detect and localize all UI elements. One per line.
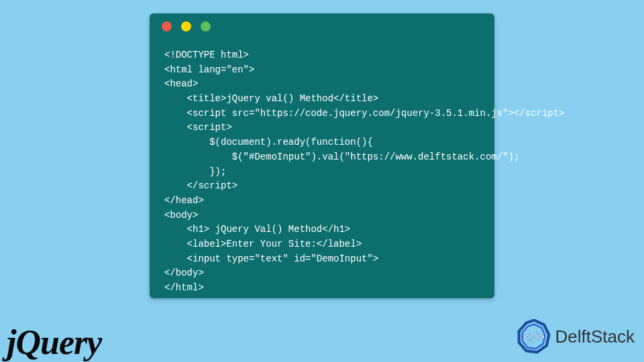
code-line: <input type="text" id="DemoInput"> <box>164 253 378 264</box>
svg-text:</>: </> <box>523 330 545 343</box>
code-line: <!DOCTYPE html> <box>164 50 249 60</box>
code-line: </head> <box>164 195 204 206</box>
code-line: $(document).ready(function(){ <box>164 137 373 147</box>
jquery-logo: jQuery <box>7 322 101 362</box>
code-line: <title>jQuery val() Method</title> <box>164 93 378 104</box>
code-block: <!DOCTYPE html> <html lang="en"> <head> … <box>150 39 494 308</box>
code-line: </html> <box>164 282 204 293</box>
code-line: </script> <box>164 180 237 191</box>
code-line: <body> <box>164 210 198 221</box>
code-line: <script> <box>164 122 232 133</box>
code-line: <script src="https://code.jquery.com/jqu… <box>164 108 565 119</box>
code-line: <h1> jQuery Val() Method</h1> <box>164 224 350 235</box>
maximize-icon[interactable] <box>201 21 211 32</box>
minimize-icon[interactable] <box>181 21 191 32</box>
code-line: <label>Enter Your Site:</label> <box>164 239 362 249</box>
delftstack-text: DelftStack <box>555 326 635 347</box>
close-icon[interactable] <box>162 21 172 32</box>
code-line: </body> <box>164 267 204 278</box>
code-line: <html lang="en"> <box>164 64 254 75</box>
delftstack-icon: </> <box>517 319 551 354</box>
code-window: <!DOCTYPE html> <html lang="en"> <head> … <box>150 13 494 298</box>
window-titlebar <box>150 13 494 39</box>
code-line: }); <box>164 166 226 177</box>
delftstack-logo: </> DelftStack <box>517 319 635 354</box>
code-line: $("#DemoInput").val("https://www.delftst… <box>164 152 519 162</box>
code-line: <head> <box>164 78 198 89</box>
